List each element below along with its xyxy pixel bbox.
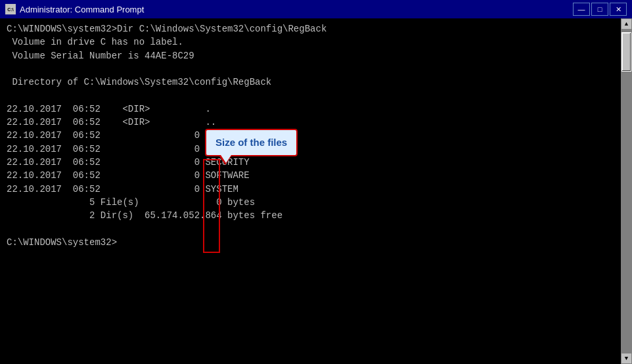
callout-text: Size of the files	[215, 137, 287, 148]
scroll-thumb[interactable]	[621, 32, 631, 72]
callout-bubble: Size of the files	[205, 129, 298, 156]
scroll-up-button[interactable]: ▲	[621, 18, 632, 30]
title-bar: C:\ Administrator: Command Prompt — □ ✕	[0, 0, 632, 18]
close-button[interactable]: ✕	[610, 3, 627, 16]
scroll-down-button[interactable]: ▼	[621, 353, 632, 364]
scrollbar: ▲ ▼	[621, 18, 632, 364]
window-title: Administrator: Command Prompt	[20, 5, 573, 14]
maximize-button[interactable]: □	[591, 3, 608, 16]
callout-container: Size of the files	[205, 129, 298, 156]
window-controls: — □ ✕	[573, 3, 627, 16]
main-area: C:\WINDOWS\system32>Dir C:\Windows\Syste…	[0, 18, 632, 364]
cmd-icon: C:\	[5, 4, 16, 14]
console-output[interactable]: C:\WINDOWS\system32>Dir C:\Windows\Syste…	[0, 18, 621, 364]
scroll-track[interactable]	[621, 30, 632, 353]
minimize-button[interactable]: —	[573, 3, 590, 16]
console-text: C:\WINDOWS\system32>Dir C:\Windows\Syste…	[7, 22, 614, 249]
